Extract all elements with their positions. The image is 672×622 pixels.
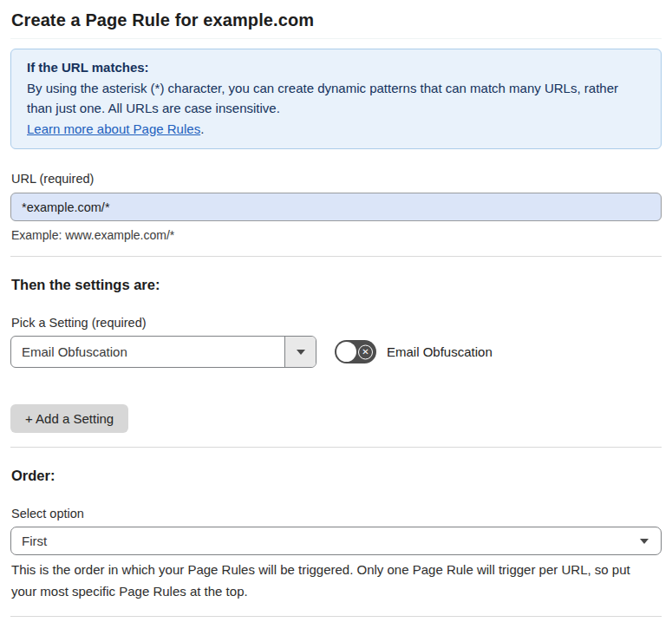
settings-section-heading: Then the settings are: <box>10 277 662 293</box>
toggle-knob <box>336 342 356 362</box>
setting-select-value: Email Obfuscation <box>11 337 284 367</box>
toggle-label: Email Obfuscation <box>387 344 493 359</box>
select-caret-icon <box>640 539 649 544</box>
info-box-body: By using the asterisk (*) character, you… <box>27 78 645 119</box>
info-box-link-line: Learn more about Page Rules. <box>27 119 645 140</box>
title-divider <box>10 38 662 39</box>
section-divider-1 <box>10 256 662 257</box>
link-period: . <box>200 121 204 136</box>
url-match-info-box: If the URL matches: By using the asteris… <box>10 49 662 149</box>
page-title: Create a Page Rule for example.com <box>10 9 662 30</box>
info-box-heading: If the URL matches: <box>27 57 645 78</box>
order-select[interactable]: First <box>10 527 662 555</box>
order-select-label: Select option <box>10 507 662 521</box>
chevron-down-icon <box>297 350 305 355</box>
section-divider-2 <box>10 447 662 448</box>
toggle-off-x-icon: ✕ <box>358 344 373 359</box>
url-field-label: URL (required) <box>10 172 662 186</box>
setting-select-arrow-button[interactable] <box>284 337 316 367</box>
learn-more-link[interactable]: Learn more about Page Rules <box>27 121 200 136</box>
order-section-heading: Order: <box>10 468 662 484</box>
url-input[interactable] <box>10 193 662 221</box>
setting-select[interactable]: Email Obfuscation <box>10 336 316 368</box>
url-example-text: Example: www.example.com/* <box>10 228 662 242</box>
email-obfuscation-toggle[interactable]: ✕ <box>335 340 376 363</box>
add-setting-button[interactable]: + Add a Setting <box>10 404 128 433</box>
order-help-text: This is the order in which your Page Rul… <box>10 560 656 602</box>
order-select-value: First <box>22 534 47 548</box>
setting-row: Email Obfuscation ✕ Email Obfuscation <box>10 336 662 368</box>
page-rule-form: Create a Page Rule for example.com If th… <box>0 0 672 622</box>
pick-setting-label: Pick a Setting (required) <box>10 316 662 330</box>
footer-divider <box>10 616 662 617</box>
